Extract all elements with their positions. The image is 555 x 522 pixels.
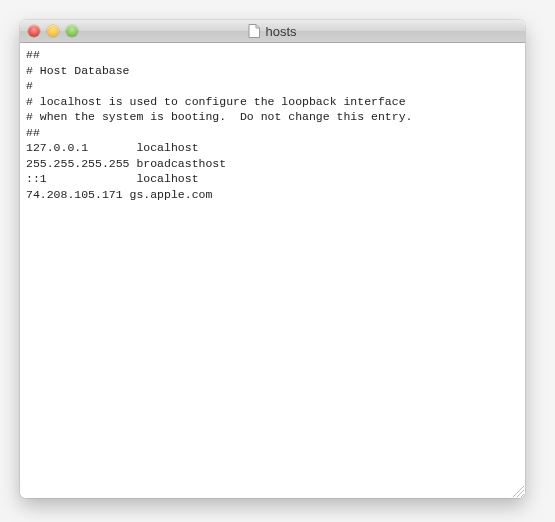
text-content-area[interactable]: ## # Host Database # # localhost is used… [20,43,525,498]
titlebar[interactable]: hosts [20,20,525,43]
close-button[interactable] [28,25,40,37]
zoom-button[interactable] [66,25,78,37]
window-title-area: hosts [20,24,525,39]
traffic-lights [20,25,78,37]
minimize-button[interactable] [47,25,59,37]
text-editor-window: hosts ## # Host Database # # localhost i… [20,20,525,498]
file-text[interactable]: ## # Host Database # # localhost is used… [26,47,519,202]
resize-handle[interactable] [510,483,525,498]
window-title: hosts [265,24,296,39]
document-icon [248,24,260,38]
